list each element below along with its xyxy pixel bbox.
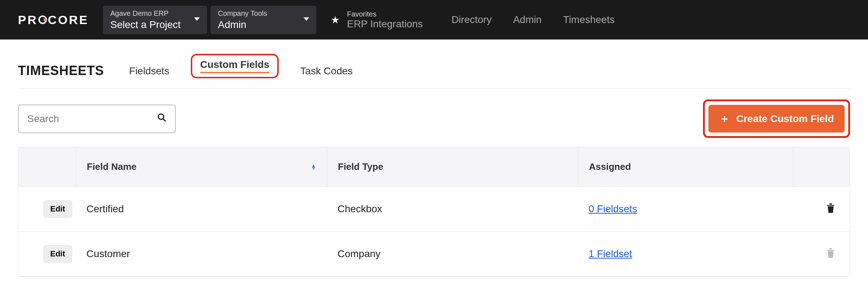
table-row: Edit Certified Checkbox 0 Fieldsets <box>18 187 850 232</box>
tabs: Fieldsets Custom Fields Task Codes <box>129 54 353 78</box>
th-field-type-label: Field Type <box>338 161 383 172</box>
caret-down-icon <box>303 16 309 23</box>
sort-indicator-icon: ▲▼ <box>311 164 316 170</box>
search-icon[interactable] <box>157 113 166 125</box>
th-actions <box>793 147 850 186</box>
cell-field-name: Certified <box>76 203 327 215</box>
edit-button[interactable]: Edit <box>43 200 72 218</box>
tools-dropdown-sub: Company Tools <box>218 9 309 18</box>
th-field-type[interactable]: Field Type <box>327 147 578 186</box>
nav-links: Directory Admin Timesheets <box>452 14 615 25</box>
tools-dropdown-main: Admin <box>218 19 309 31</box>
tab-custom-fields[interactable]: Custom Fields <box>200 59 269 72</box>
star-icon[interactable]: ★ <box>331 14 340 26</box>
th-assigned-label: Assigned <box>589 161 631 172</box>
project-dropdown-main: Select a Project <box>110 19 200 31</box>
caret-down-icon <box>194 16 200 23</box>
create-custom-field-button[interactable]: ＋ Create Custom Field <box>708 105 845 133</box>
search-input[interactable] <box>27 113 157 125</box>
delete-icon[interactable] <box>793 203 850 216</box>
nav-link-timesheets[interactable]: Timesheets <box>563 14 615 25</box>
custom-fields-table: Field Name ▲▼ Field Type Assigned Edit C… <box>18 147 850 277</box>
th-assigned[interactable]: Assigned <box>578 147 793 186</box>
topbar: PRCORE Agave Demo ERP Select a Project C… <box>0 0 868 40</box>
nav-link-admin[interactable]: Admin <box>513 14 542 25</box>
tab-fieldsets[interactable]: Fieldsets <box>129 65 169 78</box>
delete-icon-disabled <box>793 247 850 261</box>
toolbar: ＋ Create Custom Field <box>18 99 850 138</box>
page-header: TIMESHEETS Fieldsets Custom Fields Task … <box>18 54 850 89</box>
project-dropdown[interactable]: Agave Demo ERP Select a Project <box>103 6 207 34</box>
search-wrap <box>18 104 176 133</box>
favorites-label: Favorites <box>347 10 423 18</box>
tab-custom-fields-highlight: Custom Fields <box>191 54 279 78</box>
assigned-link[interactable]: 1 Fieldset <box>589 248 632 259</box>
tab-task-codes[interactable]: Task Codes <box>300 65 353 78</box>
table-head: Field Name ▲▼ Field Type Assigned <box>18 147 850 187</box>
project-dropdown-sub: Agave Demo ERP <box>110 9 200 18</box>
table-body: Edit Certified Checkbox 0 Fieldsets Edit… <box>18 187 850 277</box>
plus-icon: ＋ <box>719 111 730 126</box>
favorites-block: ★ Favorites ERP Integrations <box>331 10 423 30</box>
logo[interactable]: PRCORE <box>18 13 89 27</box>
cell-field-type: Checkbox <box>327 203 578 215</box>
tools-dropdown[interactable]: Company Tools Admin <box>211 6 316 34</box>
cell-field-type: Company <box>327 248 578 260</box>
create-button-highlight: ＋ Create Custom Field <box>703 99 850 138</box>
create-button-label: Create Custom Field <box>736 113 834 125</box>
page-title: TIMESHEETS <box>18 63 104 78</box>
assigned-link[interactable]: 0 Fieldsets <box>589 203 637 214</box>
logo-mark-icon <box>38 15 47 24</box>
svg-point-0 <box>158 114 164 119</box>
th-field-name-label: Field Name <box>87 161 137 172</box>
table-row: Edit Customer Company 1 Fieldset <box>18 232 850 277</box>
edit-button[interactable]: Edit <box>43 245 72 263</box>
nav-link-directory[interactable]: Directory <box>452 14 492 25</box>
cell-field-name: Customer <box>76 248 327 260</box>
favorites-primary[interactable]: ERP Integrations <box>347 18 423 30</box>
th-field-name[interactable]: Field Name ▲▼ <box>76 147 327 186</box>
svg-line-1 <box>163 119 166 121</box>
